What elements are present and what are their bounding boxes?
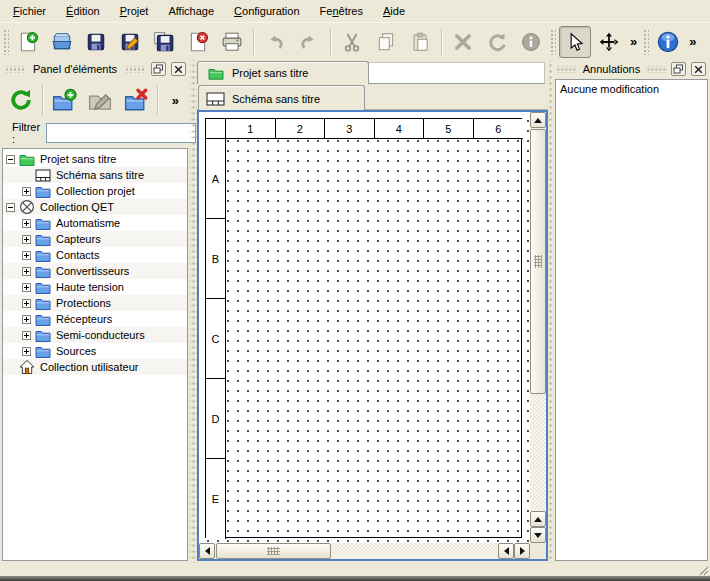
- expand-expander-icon[interactable]: [22, 315, 31, 324]
- tree-item-automatisme[interactable]: Automatisme: [3, 215, 187, 231]
- titlebar-texture: [4, 66, 26, 73]
- tab-bar-empty-area: [369, 62, 545, 84]
- reload-icon: [8, 87, 34, 113]
- collapse-expander-icon[interactable]: [6, 203, 15, 212]
- scroll-up-button-bottom[interactable]: [530, 511, 546, 527]
- vertical-scrollbar-thumb[interactable]: [530, 129, 546, 394]
- elements-panel-titlebar[interactable]: Panel d'éléments: [0, 60, 190, 78]
- titlebar-texture: [647, 66, 666, 73]
- float-panel-button[interactable]: [671, 62, 686, 76]
- tree-item-convertisseurs[interactable]: Convertisseurs: [3, 263, 187, 279]
- save-as-button[interactable]: [114, 26, 146, 58]
- scroll-left-button-right[interactable]: [498, 543, 514, 559]
- scroll-right-button[interactable]: [514, 543, 530, 559]
- menu-fenetres[interactable]: Fenêtres: [310, 1, 373, 21]
- vertical-scrollbar[interactable]: [530, 112, 546, 543]
- schema-canvas[interactable]: 1 2 3 4 5 6 A B C D E: [199, 112, 530, 543]
- tree-item-schema[interactable]: Schéma sans titre: [3, 167, 187, 183]
- tree-item-recepteurs[interactable]: Récepteurs: [3, 311, 187, 327]
- save-button[interactable]: [80, 26, 112, 58]
- copy-button[interactable]: [370, 26, 402, 58]
- save-all-button[interactable]: [148, 26, 180, 58]
- tree-item-sources[interactable]: Sources: [3, 343, 187, 359]
- tree-item-collection-utilisateur[interactable]: Collection utilisateur: [3, 359, 187, 375]
- toolbar-overflow-button[interactable]: »: [626, 34, 641, 49]
- reload-collections-button[interactable]: [5, 84, 37, 116]
- undo-history-list[interactable]: Aucune modification: [555, 79, 708, 561]
- expand-expander-icon[interactable]: [22, 267, 31, 276]
- tree-item-capteurs[interactable]: Capteurs: [3, 231, 187, 247]
- column-header: 4: [375, 119, 425, 139]
- toolbar-overflow-button[interactable]: »: [685, 34, 700, 49]
- element-info-button[interactable]: [515, 26, 547, 58]
- toolbar-drag-handle[interactable]: [3, 29, 9, 55]
- move-arrows-icon: [598, 31, 620, 53]
- panel-overflow-button[interactable]: »: [164, 93, 187, 108]
- tree-item-project[interactable]: Projet sans titre: [3, 151, 187, 167]
- expand-expander-icon[interactable]: [22, 331, 31, 340]
- menu-configuration[interactable]: Configuration: [224, 1, 309, 21]
- menu-projet[interactable]: Projet: [110, 1, 159, 21]
- edit-category-button[interactable]: [84, 84, 116, 116]
- toolbar-drag-handle[interactable]: [643, 29, 649, 55]
- horizontal-scrollbar[interactable]: [199, 543, 530, 559]
- tree-item-collection-projet[interactable]: Collection projet: [3, 183, 187, 199]
- expand-expander-icon[interactable]: [22, 187, 31, 196]
- menu-fichier[interactable]: Fichier: [3, 1, 56, 21]
- select-tool-button[interactable]: [559, 26, 591, 58]
- menu-aide[interactable]: Aide: [373, 1, 415, 21]
- move-tool-button[interactable]: [593, 26, 625, 58]
- paste-button[interactable]: [404, 26, 436, 58]
- about-qet-button[interactable]: [652, 26, 684, 58]
- toolbar-drag-handle[interactable]: [550, 29, 556, 55]
- undo-panel-titlebar[interactable]: Annulations: [553, 60, 710, 78]
- scroll-left-button[interactable]: [199, 543, 215, 559]
- expand-expander-icon[interactable]: [22, 235, 31, 244]
- new-category-button[interactable]: [48, 84, 80, 116]
- qet-collection-icon: [19, 199, 35, 215]
- undo-icon: [264, 31, 286, 53]
- tree-item-contacts[interactable]: Contacts: [3, 247, 187, 263]
- tree-item-protections[interactable]: Protections: [3, 295, 187, 311]
- close-panel-button[interactable]: [171, 62, 186, 76]
- tab-schema-sans-titre[interactable]: Schéma sans titre: [198, 85, 365, 111]
- redo-button[interactable]: [293, 26, 325, 58]
- rotate-button[interactable]: [481, 26, 513, 58]
- tree-item-label: Automatisme: [56, 215, 120, 231]
- tree-item-label: Contacts: [56, 247, 99, 263]
- cursor-arrow-icon: [564, 31, 586, 53]
- undo-button[interactable]: [259, 26, 291, 58]
- expand-expander-icon[interactable]: [22, 299, 31, 308]
- tree-item-collection-qet[interactable]: Collection QET: [3, 199, 187, 215]
- expand-expander-icon[interactable]: [22, 283, 31, 292]
- close-panel-button[interactable]: [691, 62, 706, 76]
- cut-button[interactable]: [336, 26, 368, 58]
- filter-input[interactable]: [46, 123, 196, 143]
- undo-list-item[interactable]: Aucune modification: [560, 82, 703, 97]
- new-project-button[interactable]: [12, 26, 44, 58]
- left-splitter-handle[interactable]: [190, 60, 197, 563]
- delete-category-button[interactable]: [120, 84, 152, 116]
- tab-projet-sans-titre[interactable]: Projet sans titre: [197, 61, 369, 84]
- tree-item-haute-tension[interactable]: Haute tension: [3, 279, 187, 295]
- scroll-down-button[interactable]: [530, 527, 546, 543]
- schema-editor-view[interactable]: 1 2 3 4 5 6 A B C D E: [197, 110, 548, 561]
- resize-grip-icon[interactable]: [697, 564, 709, 576]
- scroll-up-button[interactable]: [530, 112, 546, 128]
- horizontal-scrollbar-thumb[interactable]: [216, 543, 331, 559]
- open-project-button[interactable]: [46, 26, 78, 58]
- expand-expander-icon[interactable]: [22, 347, 31, 356]
- print-button[interactable]: [216, 26, 248, 58]
- delete-button[interactable]: [447, 26, 479, 58]
- home-icon: [19, 359, 35, 375]
- tree-item-semi-conducteurs[interactable]: Semi-conducteurs: [3, 327, 187, 343]
- menu-affichage[interactable]: Affichage: [158, 1, 224, 21]
- cut-icon: [341, 31, 363, 53]
- collapse-expander-icon[interactable]: [6, 155, 15, 164]
- expand-expander-icon[interactable]: [22, 219, 31, 228]
- expand-expander-icon[interactable]: [22, 251, 31, 260]
- status-bar: [0, 563, 710, 576]
- menu-edition[interactable]: Édition: [56, 1, 110, 21]
- float-panel-button[interactable]: [151, 62, 166, 76]
- close-project-button[interactable]: [182, 26, 214, 58]
